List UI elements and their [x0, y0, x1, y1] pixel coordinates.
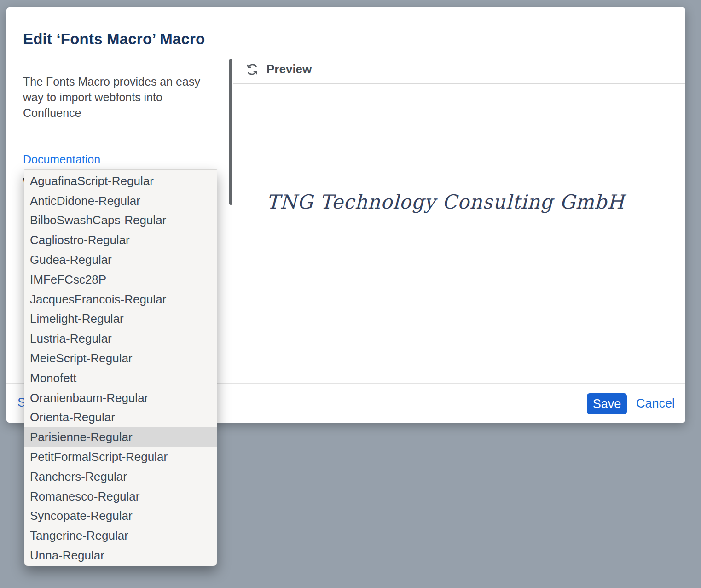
dropdown-option[interactable]: JacquesFrancois-Regular: [24, 290, 217, 309]
left-panel-scrollbar[interactable]: [229, 59, 232, 205]
dropdown-option[interactable]: Cagliostro-Regular: [24, 230, 217, 250]
preview-sample-text: TNG Technology Consulting GmbH: [266, 191, 625, 213]
webfont-dropdown: AguafinaScript-RegularAnticDidone-Regula…: [24, 169, 217, 566]
dropdown-option[interactable]: AguafinaScript-Regular: [24, 171, 217, 191]
preview-header: Preview: [233, 55, 685, 84]
dropdown-option[interactable]: Limelight-Regular: [24, 309, 217, 329]
dialog-title: Edit ‘Fonts Macro’ Macro: [23, 30, 205, 48]
dropdown-option[interactable]: Lustria-Regular: [24, 329, 217, 349]
dropdown-option[interactable]: Monofett: [24, 368, 217, 388]
dropdown-option[interactable]: Gudea-Regular: [24, 250, 217, 270]
dropdown-option[interactable]: Romanesco-Regular: [24, 487, 217, 506]
sync-icon[interactable]: [245, 63, 259, 76]
documentation-link[interactable]: Documentation: [23, 153, 100, 166]
dropdown-option[interactable]: IMFeFCsc28P: [24, 270, 217, 290]
dialog-header: Edit ‘Fonts Macro’ Macro: [6, 7, 685, 55]
dropdown-option[interactable]: MeieScript-Regular: [24, 349, 217, 368]
save-button[interactable]: Save: [587, 393, 627, 414]
dropdown-option[interactable]: BilboSwashCaps-Regular: [24, 211, 217, 231]
preview-label: Preview: [266, 62, 312, 76]
cancel-button[interactable]: Cancel: [636, 396, 675, 411]
preview-panel: Preview TNG Technology Consulting GmbH: [233, 55, 685, 383]
dropdown-option[interactable]: Orienta-Regular: [24, 408, 217, 428]
dropdown-option[interactable]: Unna-Regular: [24, 546, 217, 565]
dropdown-option[interactable]: Parisienne-Regular: [24, 427, 217, 447]
dropdown-option[interactable]: Oranienbaum-Regular: [24, 388, 217, 408]
macro-description: The Fonts Macro provides an easy way to …: [23, 74, 222, 121]
dropdown-option[interactable]: Ranchers-Regular: [24, 467, 217, 487]
preview-area: TNG Technology Consulting GmbH: [233, 84, 685, 383]
dropdown-option[interactable]: PetitFormalScript-Regular: [24, 447, 217, 467]
dropdown-option[interactable]: Syncopate-Regular: [24, 506, 217, 526]
dropdown-option[interactable]: AnticDidone-Regular: [24, 191, 217, 211]
dropdown-option[interactable]: Tangerine-Regular: [24, 526, 217, 546]
